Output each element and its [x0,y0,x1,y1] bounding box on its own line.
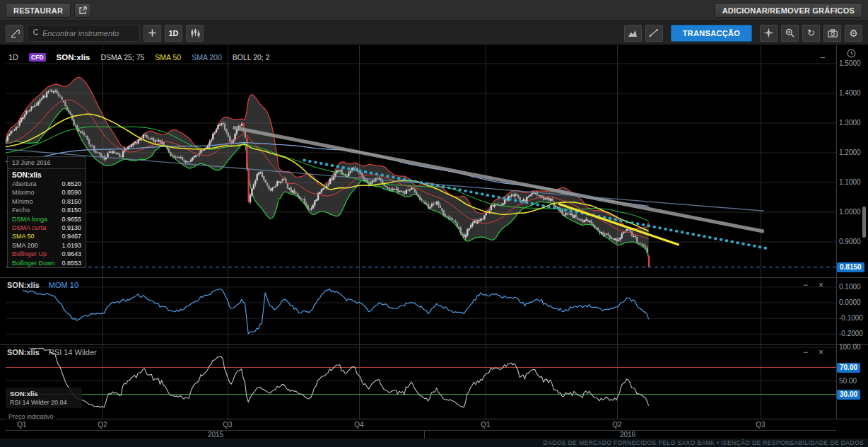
mom-axis-label: 0.0000 [839,298,861,306]
tooltip-row: Fecho0.8150 [8,206,86,214]
rsi-indicator-label[interactable]: RSI 14 Wilder [49,348,97,356]
quarter-label: Q4 [354,421,363,429]
crosshair-icon [764,28,773,37]
rsi-symbol: SON:xlis [7,348,40,356]
minimize-main-chart-button[interactable]: − [820,52,826,63]
tooltip-date: 13 June 2016 [8,157,86,169]
tooltip-symbol: SON:xlis [8,169,86,180]
mom-indicator-label[interactable]: MOM 10 [49,281,78,289]
price-axis-label: 1.4000 [839,89,861,97]
close-mom-button[interactable]: × [819,281,823,289]
legend-sma50[interactable]: SMA 50 [155,53,181,62]
tooltip-row: Mínimo0.8150 [8,197,86,206]
chart-canvas[interactable] [0,0,868,447]
sma200-line [6,142,649,206]
tooltip-row: Bollinger Up0.9643 [8,250,86,258]
restore-button[interactable]: RESTAURAR [6,3,71,18]
candlestick-series [13,90,647,253]
screenshot-button[interactable] [823,25,841,42]
close-rsi-button[interactable]: × [819,348,823,356]
chart-period-label: 1D [8,53,18,62]
mom-axis-label: -0.2000 [839,330,863,337]
year-label: 2016 [620,431,635,439]
rsi-tooltip-symbol: SON:xlis [10,390,78,397]
area-chart-icon [628,28,638,37]
quarter-label: Q1 [481,421,490,429]
dsma-short-line [6,100,649,239]
price-axis-label: 1.5000 [839,59,861,67]
quarter-label: Q2 [98,421,107,429]
candlestick-series [13,88,647,252]
legend-sma200[interactable]: SMA 200 [192,53,222,62]
crosshair-button[interactable] [760,25,778,42]
period-selector-button[interactable]: 1D [165,25,182,42]
chart-style-button[interactable] [186,25,204,42]
camera-icon [828,29,838,37]
quarter-label: Q2 [612,421,621,429]
short-yellow-trendline[interactable] [558,204,679,245]
price-axis-label: 1.3000 [839,119,861,127]
refresh-button[interactable]: ↻ [802,25,820,42]
quarter-label: Q1 [17,421,26,429]
candlestick-series [6,89,634,242]
detach-window-button[interactable] [74,3,91,18]
price-axis-label: 1.0000 [839,208,861,216]
trading-platform-window: 1.50001.40001.30001.20001.10001.00000.90… [0,0,868,447]
long-gray-trendline[interactable] [233,127,764,231]
trendline-icon [649,28,659,37]
plus-icon [148,28,157,37]
year-label: 2015 [208,431,223,439]
area-chart-type-button[interactable] [624,25,642,42]
price-axis-label: 1.2000 [839,149,861,156]
link-chart-button[interactable] [6,25,23,42]
gear-icon: ⚙ [849,28,858,39]
rsi-axis-label: 100.00 [839,343,861,351]
bollinger-upper-line [6,77,649,228]
settings-button[interactable]: ⚙ [845,25,862,42]
tooltip-row: SMA 2001.0193 [8,241,86,250]
tooltip-row: Bollinger Down0.8553 [8,259,86,267]
zoom-button[interactable] [781,25,799,42]
top-bar: RESTAURAR ADICIONAR/REMOVER GRÁFICOS [0,0,868,21]
bollinger-band [6,77,649,257]
transaction-button[interactable]: TRANSACÇÃO [671,25,752,42]
mom-symbol: SON:xlis [7,281,40,289]
instrument-symbol: SON:xlis [57,53,90,62]
candlestick-series [244,123,650,267]
legend-dsma[interactable]: DSMA 25; 75 [100,53,144,62]
tooltip-row: DSMA longa0.9655 [8,215,86,224]
main-chart-header: 1D CFD SON:xlis DSMA 25; 75 SMA 50 SMA 2… [8,53,270,62]
rsi-panel-header: SON:xlis RSI 14 Wilder [7,348,97,356]
mom-axis-label: -0.1000 [839,314,863,322]
rsi-line [30,348,649,407]
zoom-in-icon [785,28,794,37]
tooltip-row: Máximo0.8590 [8,188,86,197]
rsi-tooltip: SON:xlis RSI 14 Wilder 20.84 [6,388,82,408]
legend-bollinger[interactable]: BOLL 20; 2 [233,53,270,62]
thin-blue-trendline[interactable] [6,149,764,211]
mom-axis-label: 0.1000 [839,283,861,291]
price-scrollbar-thumb[interactable] [862,207,866,238]
ohlc-tooltip: 13 June 2016 SON:xlis Abertura0.8520Máxi… [7,156,86,268]
bollinger-lower-line [6,108,649,257]
price-axis-label: 0.9000 [839,238,861,245]
search-icon [33,28,38,37]
rsi-panel-buttons: − × [803,348,823,356]
rsi-tooltip-value: RSI 14 Wilder 20.84 [10,399,78,406]
tooltip-row: Abertura0.8520 [8,180,86,188]
dotted-teal-trendline[interactable] [304,161,767,249]
cfd-badge: CFD [29,53,45,62]
instrument-search-input[interactable] [42,29,134,37]
quarter-label: Q3 [223,421,232,429]
instrument-search[interactable] [27,25,140,42]
minimize-rsi-button[interactable]: − [803,348,808,356]
add-indicator-button[interactable] [143,25,161,42]
minimize-mom-button[interactable]: − [803,281,808,289]
sma50-line [6,114,649,231]
add-remove-charts-button[interactable]: ADICIONAR/REMOVER GRÁFICOS [715,3,862,18]
rsi-level-marker: 30.00 [837,390,860,400]
trendline-tool-button[interactable] [645,25,663,42]
candlestick-icon [190,28,200,38]
mom-panel-header: SON:xlis MOM 10 [7,281,78,289]
candlestick-series [244,123,650,267]
